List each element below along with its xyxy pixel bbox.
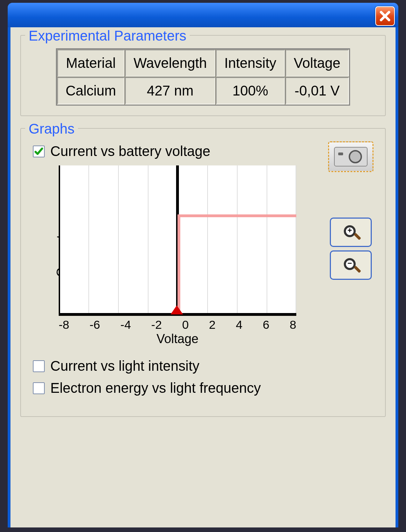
- val-wavelength: 427 nm: [125, 77, 216, 105]
- graph-option-label: Current vs light intensity: [50, 358, 200, 374]
- col-voltage-header: Voltage: [285, 49, 349, 77]
- col-intensity-header: Intensity: [216, 49, 285, 77]
- close-button[interactable]: [375, 6, 395, 26]
- tick: 8: [290, 318, 296, 332]
- table-row: Calcium 427 nm 100% -0,01 V: [57, 77, 349, 105]
- val-intensity: 100%: [216, 77, 285, 105]
- tick: 2: [209, 318, 216, 332]
- graph-option-label: Current vs battery voltage: [50, 143, 210, 159]
- client-area: Experimental Parameters Material Wavelen…: [10, 27, 396, 527]
- tick: 4: [236, 318, 242, 332]
- graph-tools: + −: [326, 141, 375, 280]
- iv-chart: Current: [59, 165, 303, 346]
- graph-option-label: Electron energy vs light frequency: [50, 380, 261, 396]
- close-icon: [379, 10, 391, 22]
- graph-option-current-voltage[interactable]: Current vs battery voltage: [33, 143, 312, 159]
- check-icon: [34, 147, 44, 156]
- dialog-window: Experimental Parameters Material Wavelen…: [8, 3, 398, 527]
- magnifier-minus-icon: −: [344, 258, 358, 272]
- experimental-parameters-group: Experimental Parameters Material Wavelen…: [20, 35, 386, 116]
- table-row: Material Wavelength Intensity Voltage: [57, 49, 349, 77]
- experimental-parameters-legend: Experimental Parameters: [25, 28, 190, 44]
- tick: 0: [182, 318, 189, 332]
- titlebar: [8, 3, 398, 27]
- zoom-in-button[interactable]: +: [330, 218, 372, 247]
- snapshot-button[interactable]: [328, 141, 374, 172]
- graph-option-energy-frequency[interactable]: Electron energy vs light frequency: [33, 380, 312, 396]
- tick: -4: [121, 318, 131, 332]
- checkbox[interactable]: [33, 146, 45, 157]
- tick: -8: [59, 318, 69, 332]
- camera-icon: [334, 147, 368, 166]
- checkbox[interactable]: [33, 382, 45, 394]
- graphs-group: Graphs Current vs battery voltage Curren…: [20, 128, 386, 417]
- graphs-legend: Graphs: [25, 121, 78, 137]
- tick: 6: [263, 318, 269, 332]
- chart-xlabel: Voltage: [59, 332, 296, 346]
- chart-xticks: -8 -6 -4 -2 0 2 4 6 8: [59, 318, 296, 332]
- tick: -6: [89, 318, 100, 332]
- col-wavelength-header: Wavelength: [125, 49, 216, 77]
- tick: -2: [151, 318, 162, 332]
- parameters-table: Material Wavelength Intensity Voltage Ca…: [56, 48, 350, 106]
- magnifier-plus-icon: +: [344, 225, 358, 239]
- zoom-out-button[interactable]: −: [330, 250, 372, 280]
- graph-option-current-intensity[interactable]: Current vs light intensity: [33, 358, 312, 374]
- checkbox[interactable]: [33, 360, 45, 372]
- chart-plot-area: [59, 165, 296, 316]
- val-voltage: -0,01 V: [285, 77, 349, 105]
- val-material: Calcium: [57, 77, 125, 105]
- col-material-header: Material: [57, 49, 125, 77]
